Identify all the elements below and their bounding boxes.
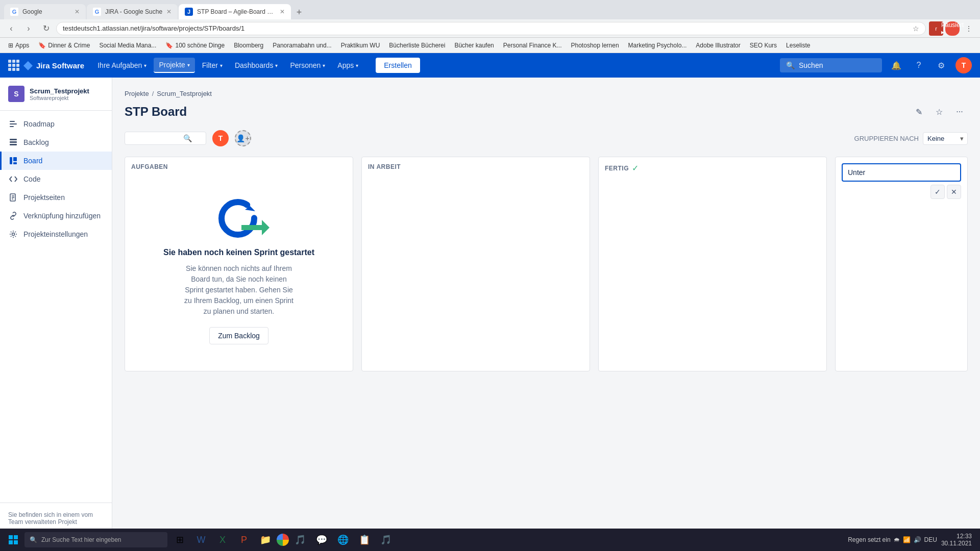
main-content: Projekte / Scrum_Testprojekt STP Board ✎… bbox=[112, 78, 980, 551]
sidebar-item-projektseiten[interactable]: Projektseiten bbox=[0, 188, 112, 207]
bookmark-marketing-label: Marketing Psycholo... bbox=[628, 42, 687, 49]
start-button[interactable] bbox=[4, 531, 22, 549]
browser-tab-jira-search[interactable]: G JIRA - Google Suche ✕ bbox=[87, 4, 178, 19]
taskbar-time: 12:33 bbox=[941, 533, 972, 540]
browser-tab-stp[interactable]: J STP Board – Agile-Board – Jira ✕ bbox=[179, 4, 291, 19]
board-more-button[interactable]: ··· bbox=[951, 104, 968, 120]
bookmark-leseliste[interactable]: Leseliste bbox=[782, 40, 814, 51]
tab-close-google[interactable]: ✕ bbox=[75, 8, 80, 15]
create-button[interactable]: Erstellen bbox=[376, 58, 420, 73]
board-edit-button[interactable]: ✎ bbox=[911, 104, 927, 120]
grid-icon[interactable] bbox=[8, 60, 19, 71]
back-button[interactable]: ‹ bbox=[4, 21, 18, 36]
reload-button[interactable]: ↻ bbox=[39, 21, 53, 36]
profile-button[interactable]: Pausiert ▸ bbox=[945, 21, 960, 36]
tab-close-jira-search[interactable]: ✕ bbox=[166, 8, 172, 15]
filter-search[interactable]: 🔍 bbox=[125, 132, 206, 145]
svg-rect-18 bbox=[14, 535, 18, 539]
zum-backlog-button[interactable]: Zum Backlog bbox=[209, 327, 268, 344]
bookmark-personal[interactable]: Personal Finance K... bbox=[499, 40, 566, 51]
taskbar-item-9[interactable]: 🌐 bbox=[333, 530, 353, 550]
sidebar-item-projekteinstellungen[interactable]: Projekteinstellungen bbox=[0, 225, 112, 243]
group-by-select[interactable]: Keine Epics Assignee bbox=[923, 132, 968, 145]
taskbar-chrome[interactable] bbox=[277, 534, 289, 546]
bookmark-panorama[interactable]: Panoramabahn und... bbox=[268, 40, 335, 51]
forward-button[interactable]: › bbox=[21, 21, 36, 36]
sidebar-item-verknupfung[interactable]: Verknüpfung hinzufügen bbox=[0, 207, 112, 225]
nav-apps[interactable]: Apps ▾ bbox=[332, 58, 363, 72]
taskbar-item-11[interactable]: 🎵 bbox=[376, 530, 396, 550]
browser-tab-google[interactable]: G Google ✕ bbox=[4, 4, 86, 19]
column-fertig: FERTIG ✓ bbox=[598, 157, 827, 371]
volume-icon: 🔊 bbox=[914, 536, 921, 543]
taskbar-task-view[interactable]: ⊞ bbox=[169, 530, 190, 550]
settings-button[interactable]: ⚙ bbox=[933, 57, 949, 73]
sidebar-item-roadmap[interactable]: Roadmap bbox=[0, 115, 112, 133]
nav-ihre-aufgaben[interactable]: Ihre Aufgaben ▾ bbox=[92, 58, 152, 72]
taskbar-word[interactable]: W bbox=[191, 530, 211, 550]
user-avatar[interactable]: T bbox=[955, 57, 972, 73]
bookmark-adobe-label: Adobe Illustrator bbox=[696, 42, 740, 49]
column-fertig-title: FERTIG bbox=[605, 165, 629, 172]
sidebar-item-code-label: Code bbox=[23, 175, 40, 183]
bookmark-praktikum[interactable]: Praktikum WU bbox=[337, 40, 384, 51]
svg-point-13 bbox=[12, 233, 15, 236]
empty-state-aufgaben: Sie haben noch keinen Sprint gestartet S… bbox=[131, 177, 347, 365]
bookmark-marketing[interactable]: Marketing Psycholo... bbox=[624, 40, 691, 51]
bookmark-dinner-label: Dinner & Crime bbox=[48, 42, 90, 49]
breadcrumb-projekte[interactable]: Projekte bbox=[125, 90, 149, 97]
bookmark-bucherliste[interactable]: Bücherliste Bücherei bbox=[385, 40, 449, 51]
bookmark-adobe[interactable]: Adobe Illustrator bbox=[692, 40, 744, 51]
filter-search-icon: 🔍 bbox=[183, 134, 192, 142]
notifications-button[interactable]: 🔔 bbox=[888, 57, 904, 73]
taskbar-tray: Regen setzt ein 🌧 📶 🔊 DEU bbox=[848, 536, 937, 543]
bookmark-star[interactable]: ☆ bbox=[913, 24, 919, 33]
taskbar-file-explorer[interactable]: 📁 bbox=[255, 530, 276, 550]
taskbar-excel[interactable]: X bbox=[212, 530, 233, 550]
taskbar-powerpoint[interactable]: P bbox=[234, 530, 254, 550]
bookmark-bloomberg[interactable]: Bloomberg bbox=[230, 40, 267, 51]
taskbar-item-7[interactable]: 🎵 bbox=[290, 530, 310, 550]
taskbar-item-10[interactable]: 📋 bbox=[354, 530, 375, 550]
menu-button[interactable]: ⋮ bbox=[962, 21, 976, 36]
jira-logo[interactable]: ◆ Jira Software bbox=[8, 59, 84, 72]
taskbar-search[interactable]: 🔍 Zur Suche Text hier eingeben bbox=[24, 532, 167, 547]
column-confirm-button[interactable]: ✓ bbox=[930, 185, 945, 199]
bookmark-apps[interactable]: ⊞ Apps bbox=[4, 40, 33, 51]
new-tab-button[interactable]: + bbox=[292, 5, 306, 19]
tab-close-stp[interactable]: ✕ bbox=[280, 8, 285, 15]
browser-chrome: G Google ✕ G JIRA - Google Suche ✕ J STP… bbox=[0, 0, 980, 19]
nav-filter[interactable]: Filter ▾ bbox=[197, 58, 228, 72]
taskbar-item-8[interactable]: 💬 bbox=[311, 530, 332, 550]
filter-add-user-button[interactable]: 👤+ bbox=[235, 130, 251, 146]
svg-rect-20 bbox=[14, 540, 18, 544]
breadcrumb-sep: / bbox=[152, 90, 154, 97]
search-bar[interactable]: 🔍 Suchen bbox=[780, 58, 882, 72]
bookmark-social[interactable]: Social Media Mana... bbox=[95, 40, 160, 51]
board-star-button[interactable]: ☆ bbox=[931, 104, 947, 120]
filter-user-avatar[interactable]: T bbox=[212, 130, 229, 146]
column-cancel-button[interactable]: ✕ bbox=[947, 185, 961, 199]
sidebar-item-board[interactable]: Board bbox=[0, 152, 112, 170]
bookmark-bucher-kaufen[interactable]: Bücher kaufen bbox=[450, 40, 498, 51]
sidebar-item-backlog-label: Backlog bbox=[23, 138, 49, 146]
help-button[interactable]: ? bbox=[911, 57, 927, 73]
bookmark-apps-label: Apps bbox=[15, 42, 29, 49]
column-name-input[interactable] bbox=[842, 163, 961, 182]
address-bar[interactable]: testdeutsch1.atlassian.net/jira/software… bbox=[56, 22, 926, 35]
sidebar-item-code[interactable]: Code bbox=[0, 170, 112, 188]
bookmark-seo[interactable]: SEO Kurs bbox=[746, 40, 781, 51]
bookmark-dinner[interactable]: 🔖 Dinner & Crime bbox=[34, 40, 94, 51]
sidebar-item-backlog[interactable]: Backlog bbox=[0, 133, 112, 152]
backlog-icon bbox=[8, 137, 18, 147]
nav-dashboards[interactable]: Dashboards ▾ bbox=[230, 58, 283, 72]
bookmark-schone[interactable]: 🔖 100 schöne Dinge bbox=[161, 40, 229, 51]
address-url: testdeutsch1.atlassian.net/jira/software… bbox=[63, 24, 913, 32]
breadcrumb-project[interactable]: Scrum_Testprojekt bbox=[157, 90, 212, 97]
nav-personen[interactable]: Personen ▾ bbox=[285, 58, 330, 72]
bookmark-photoshop[interactable]: Photoshop lernen bbox=[567, 40, 623, 51]
tab-title-stp: STP Board – Agile-Board – Jira bbox=[197, 8, 276, 15]
jira-topnav: ◆ Jira Software Ihre Aufgaben ▾ Projekte… bbox=[0, 53, 980, 78]
nav-projekte[interactable]: Projekte ▾ bbox=[154, 58, 194, 73]
filter-search-input[interactable] bbox=[129, 134, 180, 142]
